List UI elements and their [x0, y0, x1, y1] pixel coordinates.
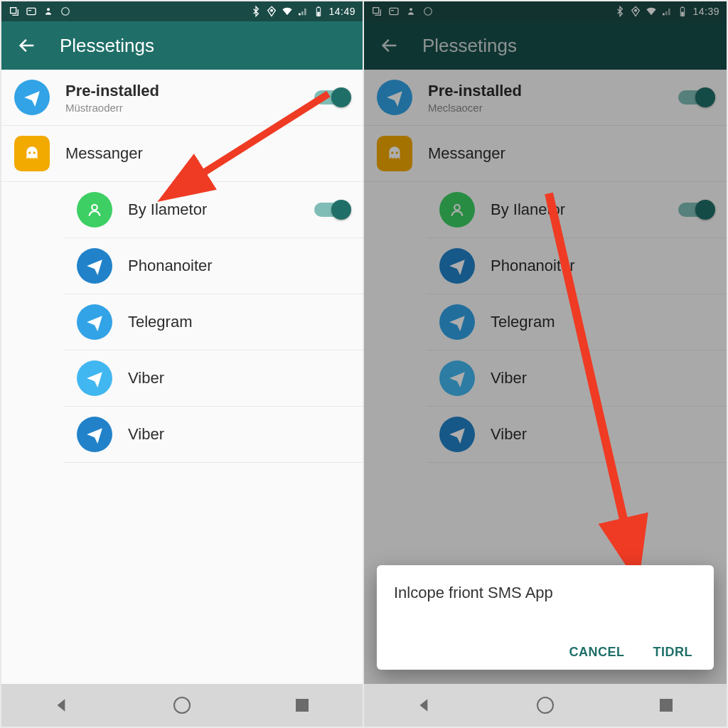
app-row[interactable]: Messanger [1, 126, 363, 182]
nav-back[interactable] [33, 691, 90, 719]
toggle-switch[interactable] [314, 90, 350, 105]
app-name: Pre-installed [65, 82, 299, 100]
svg-point-5 [271, 9, 273, 11]
app-name: By Ilametor [128, 200, 299, 219]
nav-back[interactable] [396, 691, 453, 719]
nav-home[interactable] [517, 691, 574, 719]
nav-bar [1, 684, 363, 727]
svg-point-10 [33, 151, 36, 154]
nav-recents[interactable] [274, 691, 331, 719]
svg-point-3 [47, 8, 50, 11]
dialog-cancel-button[interactable]: CANCEL [569, 645, 625, 660]
app-name: Phonanoiter [128, 257, 350, 275]
back-button[interactable] [14, 33, 40, 58]
contact-icon [43, 6, 54, 17]
app-row[interactable]: Telegram [64, 294, 363, 350]
app-row[interactable]: By Ilametor [64, 182, 363, 238]
battery-icon [313, 6, 324, 17]
dialog-ok-button[interactable]: TIDRL [653, 645, 693, 660]
card-icon [26, 6, 37, 17]
app-name: Viber [128, 369, 350, 387]
toolbar: Plessetings [1, 21, 363, 70]
app-name: Viber [128, 425, 350, 444]
screenshot-left: 14:49 Plessetings Pre-installedMüstraode… [0, 0, 364, 728]
dialog-title: Inlcope friont SMS App [394, 584, 697, 602]
bluetooth-icon [250, 6, 262, 17]
app-row[interactable]: Viber [64, 407, 363, 463]
app-row[interactable]: Phonanoiter [64, 238, 363, 294]
app-name: Messanger [65, 144, 350, 163]
app-row[interactable]: Viber [64, 350, 363, 407]
svg-point-9 [28, 151, 31, 154]
ghost-icon [14, 136, 50, 171]
svg-point-4 [62, 8, 70, 16]
svg-rect-8 [318, 6, 320, 7]
svg-point-11 [92, 205, 97, 210]
app-subtitle: Müstraoderr [65, 102, 299, 114]
person-icon [77, 192, 112, 228]
location-icon [266, 6, 277, 17]
plane-icon [77, 360, 112, 396]
screenshot-icon [9, 6, 20, 17]
app-name: Telegram [128, 313, 350, 331]
nav-bar [364, 684, 727, 727]
screenshot-right: 14:39 Plessetings Pre-installedMeclsaoce… [364, 0, 728, 728]
app-row[interactable]: Pre-installedMüstraoderr [1, 70, 363, 126]
confirm-dialog: Inlcope friont SMS App CANCEL TIDRL [377, 565, 714, 670]
svg-rect-2 [28, 10, 31, 11]
status-bar: 14:49 [1, 1, 363, 21]
nav-recents[interactable] [638, 691, 695, 719]
toggle-switch[interactable] [314, 203, 350, 217]
wifi-icon [282, 6, 293, 17]
app-list: Pre-installedMüstraoderrMessangerBy Ilam… [1, 70, 363, 463]
plane-icon [77, 417, 112, 452]
nav-home[interactable] [154, 691, 210, 719]
plane-icon [14, 80, 50, 115]
plane-icon [77, 248, 112, 284]
clock-text: 14:49 [328, 6, 355, 17]
sync-icon [60, 6, 71, 17]
svg-rect-1 [27, 8, 36, 14]
page-title: Plessetings [60, 35, 154, 57]
plane-icon [77, 304, 112, 340]
signal-icon [297, 6, 309, 17]
svg-rect-0 [11, 8, 16, 14]
svg-rect-7 [318, 12, 320, 16]
